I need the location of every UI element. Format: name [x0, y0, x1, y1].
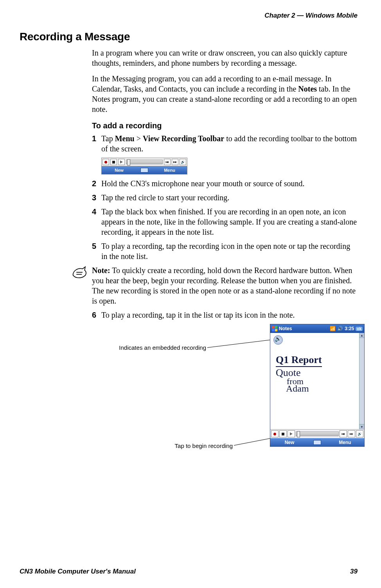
- prev-icon: ⏮: [340, 430, 347, 437]
- scrollbar: ▲ ▼: [359, 333, 364, 429]
- running-header: Chapter 2 — Windows Mobile: [20, 12, 358, 20]
- step-item: 6 To play a recording, tap it in the lis…: [92, 310, 358, 320]
- volume-icon: 🔊: [180, 159, 186, 165]
- device-screenshot: Notes 📶 🔊 3:25 ok Q1 Report Quote from A…: [270, 324, 365, 447]
- stop-icon: [110, 159, 117, 165]
- handwriting-line: Q1 Report: [276, 354, 322, 367]
- keyboard-icon: [140, 168, 148, 173]
- step-number: 2: [92, 178, 101, 189]
- windows-flag-icon: [272, 326, 277, 331]
- play-icon: [288, 430, 295, 437]
- clock-text: 3:25: [345, 326, 354, 331]
- step-number: 5: [92, 241, 101, 261]
- handwritten-note: Q1 Report Quote from Adam: [276, 354, 354, 394]
- softkey-menu: Menu: [152, 168, 187, 173]
- recording-toolbar-figure: ⏮ ⏭ 🔊 New Menu: [101, 158, 187, 174]
- bold-text: Notes: [298, 85, 317, 93]
- seek-slider: [126, 160, 163, 164]
- note-block: Note: To quickly create a recording, hol…: [72, 265, 358, 306]
- ok-button: ok: [356, 327, 363, 331]
- step-number: 6: [92, 310, 101, 320]
- body-paragraph: In the Messaging program, you can add a …: [92, 74, 358, 114]
- procedure-title: To add a recording: [92, 121, 358, 130]
- keyboard-icon: [313, 440, 321, 445]
- step-number: 1: [92, 133, 101, 154]
- scroll-up-icon: ▲: [359, 333, 364, 338]
- section-heading: Recording a Message: [20, 31, 358, 43]
- callout-leader-line: [234, 438, 272, 446]
- prev-icon: ⏮: [164, 159, 171, 165]
- softkey-new: New: [270, 440, 309, 445]
- handwriting-line: Adam: [286, 383, 354, 394]
- callout-leader-line: [207, 339, 275, 348]
- record-icon: [271, 430, 279, 437]
- bold-text: Menu: [115, 134, 135, 143]
- softkey-new: New: [102, 168, 137, 173]
- step-number: 3: [92, 192, 101, 203]
- body-paragraph: In a program where you can write or draw…: [92, 48, 358, 68]
- note-icon: [72, 265, 88, 306]
- step-item: 1 Tap Menu > View Recording Toolbar to a…: [92, 133, 358, 154]
- note-body: To quickly create a recording, hold down…: [92, 266, 356, 305]
- embedded-recording-icon: [273, 335, 283, 345]
- footer-manual-title: CN3 Mobile Computer User's Manual: [20, 568, 136, 575]
- app-title: Notes: [279, 326, 292, 331]
- scroll-down-icon: ▼: [359, 424, 364, 429]
- signal-icon: 📶: [330, 326, 336, 331]
- record-icon: [102, 159, 109, 165]
- text-run: >: [135, 134, 143, 143]
- step-text: Tap the black box when finished. If you …: [101, 207, 358, 237]
- callout-label: Indicates an embedded recording: [92, 344, 206, 351]
- step-text: To play a recording, tap it in the list …: [101, 310, 358, 320]
- step-text: Hold the CN3's microphone near your mout…: [101, 178, 358, 189]
- callout-label: Tap to begin recording: [147, 442, 233, 449]
- next-icon: ⏭: [172, 159, 178, 165]
- step-text: Tap the red circle to start your recordi…: [101, 192, 358, 203]
- step-number: 4: [92, 207, 101, 237]
- text-run: Tap: [101, 134, 115, 143]
- next-icon: ⏭: [348, 430, 355, 437]
- seek-slider: [296, 432, 339, 436]
- footer-page-number: 39: [350, 568, 358, 575]
- volume-icon: 🔊: [337, 326, 343, 331]
- stop-icon: [279, 430, 287, 437]
- step-item: 5 To play a recording, tap the recording…: [92, 241, 358, 261]
- bold-text: View Recording Toolbar: [143, 134, 224, 143]
- step-text: To play a recording, tap the recording i…: [101, 241, 358, 261]
- step-item: 4 Tap the black box when finished. If yo…: [92, 207, 358, 237]
- note-label: Note:: [92, 266, 110, 275]
- play-icon: [118, 159, 125, 165]
- notes-app-figure: Indicates an embedded recording Tap to b…: [92, 324, 358, 453]
- text-run: In the Messaging program, you can add a …: [92, 74, 332, 93]
- softkey-menu: Menu: [326, 440, 364, 445]
- step-item: 3 Tap the red circle to start your recor…: [92, 192, 358, 203]
- volume-icon: 🔊: [356, 430, 363, 437]
- step-item: 2 Hold the CN3's microphone near your mo…: [92, 178, 358, 189]
